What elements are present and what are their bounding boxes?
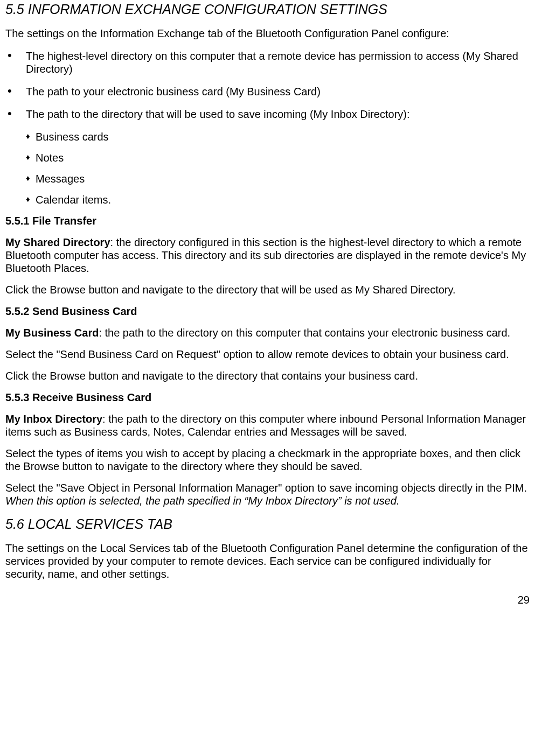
italic-text: When this option is selected, the path s… xyxy=(5,495,399,507)
section-5-6-heading: 5.6 LOCAL SERVICES TAB xyxy=(5,516,530,532)
section-5-5-intro: The settings on the Information Exchange… xyxy=(5,27,530,40)
bold-lead: My Business Card xyxy=(5,327,99,339)
diamond-list: Business cards Notes Messages Calendar i… xyxy=(26,130,530,206)
list-item: Business cards xyxy=(26,130,530,143)
text: : the path to the directory on this comp… xyxy=(99,327,510,339)
section-5-5-1-p1: My Shared Directory: the directory confi… xyxy=(5,236,530,275)
list-item: Notes xyxy=(26,151,530,164)
section-5-6-p1: The settings on the Local Services tab o… xyxy=(5,542,530,580)
section-5-5-2-p3: Click the Browse button and navigate to … xyxy=(5,369,530,382)
list-item: The path to the directory that will be u… xyxy=(5,108,530,121)
list-item: The highest-level directory on this comp… xyxy=(5,50,530,75)
list-item: The path to your electronic business car… xyxy=(5,85,530,98)
list-item: Calendar items. xyxy=(26,193,530,206)
bullet-list: The highest-level directory on this comp… xyxy=(5,50,530,121)
section-5-5-2-heading: 5.5.2 Send Business Card xyxy=(5,305,530,318)
section-5-5-3-p2: Select the types of items you wish to ac… xyxy=(5,447,530,473)
bold-lead: My Inbox Directory xyxy=(5,413,102,425)
section-5-5-2-p1: My Business Card: the path to the direct… xyxy=(5,326,530,339)
section-5-5-3-p3: Select the "Save Object in Personal Info… xyxy=(5,481,530,507)
page-number: 29 xyxy=(5,593,530,606)
list-item: Messages xyxy=(26,172,530,185)
section-5-5-3-p1: My Inbox Directory: the path to the dire… xyxy=(5,412,530,438)
text: Select the "Save Object in Personal Info… xyxy=(5,482,527,494)
section-5-5-2-p2: Select the "Send Business Card on Reques… xyxy=(5,348,530,361)
section-5-5-1-heading: 5.5.1 File Transfer xyxy=(5,214,530,227)
section-5-5-1-p2: Click the Browse button and navigate to … xyxy=(5,283,530,296)
bold-lead: My Shared Directory xyxy=(5,236,110,248)
section-5-5-heading: 5.5 INFORMATION EXCHANGE CONFIGURATION S… xyxy=(5,1,530,17)
section-5-5-3-heading: 5.5.3 Receive Business Card xyxy=(5,391,530,404)
